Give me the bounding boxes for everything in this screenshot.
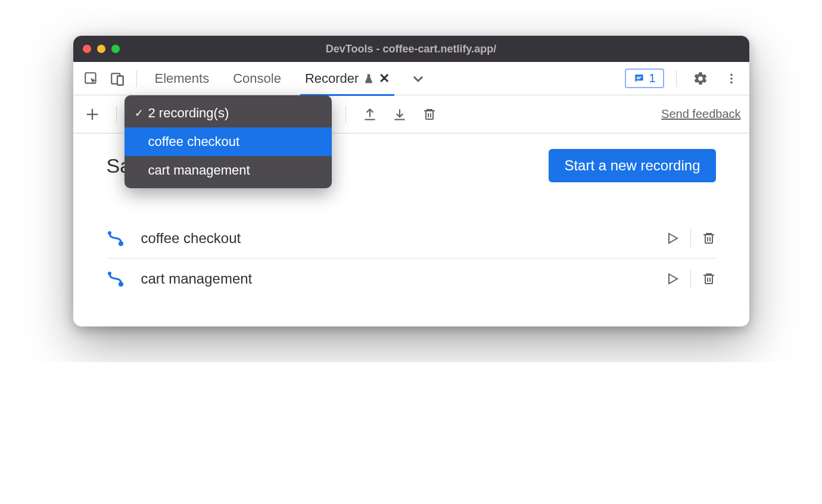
flow-icon xyxy=(107,229,127,247)
tab-label: Elements xyxy=(155,71,210,86)
svg-marker-22 xyxy=(669,274,677,284)
devtools-tabstrip: Elements Console Recorder ✕ xyxy=(73,62,749,95)
export-icon[interactable] xyxy=(359,104,381,125)
recordings-list: coffee checkout xyxy=(107,218,716,299)
recorder-toolbar: Send feedback ✓ 2 recording(s) coffee ch… xyxy=(73,95,749,133)
more-tabs-icon[interactable] xyxy=(406,67,430,91)
dropdown-item-cart-management[interactable]: cart management xyxy=(124,156,332,185)
svg-point-21 xyxy=(119,282,123,287)
settings-icon[interactable] xyxy=(689,67,712,91)
check-icon: ✓ xyxy=(133,107,146,120)
recording-dropdown: ✓ 2 recording(s) coffee checkout cart ma… xyxy=(124,95,332,188)
play-icon[interactable] xyxy=(665,272,680,286)
close-tab-icon[interactable]: ✕ xyxy=(379,71,390,86)
new-recording-icon[interactable] xyxy=(82,104,103,125)
maximize-window-button[interactable] xyxy=(111,45,120,53)
svg-rect-2 xyxy=(117,76,123,85)
dropdown-summary-label: 2 recording(s) xyxy=(148,105,229,121)
dropdown-item-label: coffee checkout xyxy=(148,134,240,150)
window-controls xyxy=(83,45,120,53)
separator xyxy=(345,106,346,123)
tab-recorder[interactable]: Recorder ✕ xyxy=(294,62,400,95)
dropdown-item-label: cart management xyxy=(148,163,250,178)
send-feedback-link[interactable]: Send feedback xyxy=(661,107,740,121)
import-icon[interactable] xyxy=(389,104,410,125)
tab-label: Recorder xyxy=(305,71,359,86)
svg-marker-16 xyxy=(669,234,677,243)
row-actions xyxy=(665,270,716,288)
minimize-window-button[interactable] xyxy=(97,45,105,53)
delete-icon[interactable] xyxy=(419,104,440,125)
svg-rect-11 xyxy=(426,111,433,119)
device-toolbar-icon[interactable] xyxy=(105,67,129,91)
separator xyxy=(690,229,691,247)
delete-icon[interactable] xyxy=(702,231,716,245)
tab-console[interactable]: Console xyxy=(222,62,292,95)
chat-icon xyxy=(633,73,645,85)
experiment-icon xyxy=(363,73,374,84)
separator xyxy=(136,70,137,87)
svg-point-7 xyxy=(730,77,733,80)
delete-icon[interactable] xyxy=(702,272,716,286)
flow-icon xyxy=(107,270,127,288)
svg-rect-23 xyxy=(705,275,712,284)
devtools-window: DevTools - coffee-cart.netlify.app/ Elem… xyxy=(73,36,749,326)
recording-name: coffee checkout xyxy=(141,230,651,247)
kebab-menu-icon[interactable] xyxy=(720,67,743,91)
right-tools: 1 xyxy=(625,67,743,91)
dropdown-summary[interactable]: ✓ 2 recording(s) xyxy=(124,99,332,127)
separator xyxy=(116,106,117,123)
recording-row[interactable]: cart management xyxy=(107,259,716,299)
svg-rect-17 xyxy=(705,235,712,243)
tab-elements[interactable]: Elements xyxy=(144,62,220,95)
recording-row[interactable]: coffee checkout xyxy=(107,218,716,259)
close-window-button[interactable] xyxy=(83,45,91,53)
row-actions xyxy=(665,229,716,247)
issues-count: 1 xyxy=(649,71,655,85)
svg-rect-0 xyxy=(85,73,95,83)
svg-point-6 xyxy=(730,73,733,76)
svg-point-8 xyxy=(730,81,733,83)
svg-rect-5 xyxy=(637,78,640,79)
start-recording-button[interactable]: Start a new recording xyxy=(549,149,715,182)
separator xyxy=(676,70,677,87)
inspect-element-icon[interactable] xyxy=(79,67,103,91)
separator xyxy=(690,270,691,288)
tab-label: Console xyxy=(233,71,281,86)
svg-point-15 xyxy=(119,241,123,246)
dropdown-item-coffee-checkout[interactable]: coffee checkout xyxy=(124,127,332,156)
play-icon[interactable] xyxy=(665,231,680,245)
recording-name: cart management xyxy=(141,270,651,287)
titlebar: DevTools - coffee-cart.netlify.app/ xyxy=(73,36,749,62)
window-title: DevTools - coffee-cart.netlify.app/ xyxy=(73,43,749,55)
issues-button[interactable]: 1 xyxy=(625,69,664,88)
svg-rect-4 xyxy=(637,76,642,77)
